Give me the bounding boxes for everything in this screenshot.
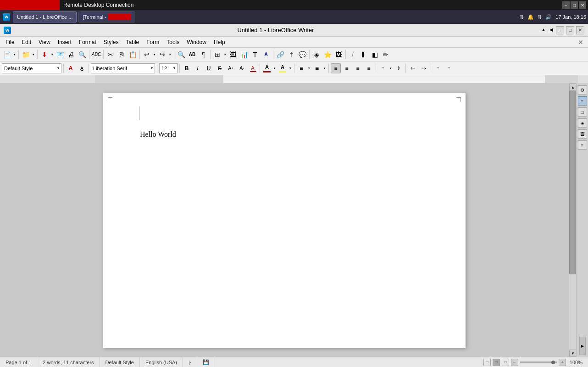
- font-color-dropdown[interactable]: ▾: [273, 63, 277, 73]
- unordered-list-button[interactable]: ≡: [296, 63, 306, 73]
- panel-properties-button[interactable]: ≡: [578, 96, 587, 106]
- view-print-button[interactable]: □: [493, 359, 500, 366]
- view-web-button[interactable]: □: [502, 359, 509, 366]
- new-dropdown-arrow[interactable]: ▾: [13, 50, 17, 60]
- find-button[interactable]: 🔍: [176, 50, 186, 60]
- send-email-button[interactable]: 📧: [55, 50, 65, 60]
- underline-button[interactable]: U: [204, 63, 214, 73]
- clear-formatting-button[interactable]: A̲: [77, 63, 87, 73]
- lo-minimize-button[interactable]: −: [556, 26, 564, 34]
- paste-button[interactable]: 📋: [128, 50, 138, 60]
- menu-edit[interactable]: Edit: [18, 37, 35, 48]
- align-left-button[interactable]: ≡: [331, 63, 341, 73]
- line-spacing-button[interactable]: ≡: [378, 63, 388, 73]
- ordered-list-button[interactable]: ≡: [312, 63, 322, 73]
- line-spacing-dropdown[interactable]: ▾: [389, 63, 393, 73]
- zoom-level[interactable]: 100%: [568, 360, 584, 365]
- zoom-in-button[interactable]: +: [559, 359, 566, 366]
- zoom-slider[interactable]: [520, 361, 557, 363]
- panel-settings-button[interactable]: ⚙: [578, 85, 587, 95]
- clear-direct-button[interactable]: A: [248, 63, 258, 73]
- open-dropdown-arrow[interactable]: ▾: [32, 50, 35, 60]
- menu-insert[interactable]: Insert: [54, 37, 75, 48]
- insert-textbox-button[interactable]: T: [250, 50, 260, 60]
- strikethrough-button[interactable]: S: [215, 63, 225, 73]
- cut-button[interactable]: ✂: [105, 50, 116, 60]
- new-document-button[interactable]: 📄: [2, 50, 12, 60]
- print-button[interactable]: 🖨: [66, 50, 76, 60]
- paragraph-spacing-button[interactable]: ⇕: [394, 63, 404, 73]
- redo-button[interactable]: ↪: [157, 50, 167, 60]
- highlight-color-dropdown[interactable]: ▾: [288, 63, 292, 73]
- menu-table[interactable]: Table: [122, 37, 143, 48]
- menu-window[interactable]: Window: [183, 37, 210, 48]
- font-color-a-button[interactable]: A: [66, 63, 76, 73]
- panel-gallery-button[interactable]: 🖼: [578, 129, 587, 139]
- menu-view[interactable]: View: [35, 37, 54, 48]
- save-pdf-button[interactable]: ⬇: [39, 50, 50, 60]
- rdp-restore-button[interactable]: □: [571, 1, 578, 9]
- document-page[interactable]: Hello World: [103, 93, 466, 348]
- insert-chart-button[interactable]: 📊: [239, 50, 249, 60]
- menu-styles[interactable]: Styles: [100, 37, 122, 48]
- menu-form[interactable]: Form: [143, 37, 163, 48]
- draw-line-button[interactable]: /: [348, 50, 358, 60]
- nonprinting-chars-button[interactable]: ¶: [198, 50, 208, 60]
- insert-image-button[interactable]: 🖼: [228, 50, 238, 60]
- rdp-close-button[interactable]: ✕: [579, 1, 586, 9]
- list-outdent-button[interactable]: ≡: [444, 63, 454, 73]
- insert-hyperlink-button[interactable]: 🔗: [275, 50, 285, 60]
- highlight-button[interactable]: ▌: [359, 50, 369, 60]
- menu-help[interactable]: Help: [210, 37, 229, 48]
- align-justify-button[interactable]: ≡: [364, 63, 374, 73]
- menubar-close-button[interactable]: ✕: [575, 38, 586, 47]
- panel-macro-button[interactable]: ≡: [578, 140, 587, 150]
- indent-more-button[interactable]: ⇒: [419, 63, 429, 73]
- navigator-button[interactable]: ◈: [311, 50, 322, 60]
- find-replace-button[interactable]: AB: [187, 50, 197, 60]
- open-button[interactable]: 📁: [21, 50, 31, 60]
- zoom-out-button[interactable]: −: [511, 359, 518, 366]
- panel-styles-button[interactable]: □: [578, 107, 587, 117]
- fontwork-button[interactable]: A: [261, 50, 271, 60]
- spellcheck-button[interactable]: ABC: [91, 50, 101, 60]
- panel-collapse-button[interactable]: ▶: [579, 337, 586, 355]
- lo-close-button[interactable]: ✕: [576, 26, 584, 34]
- insert-footnote-button[interactable]: †: [286, 50, 296, 60]
- superscript-button[interactable]: A+: [226, 63, 236, 73]
- taskbar-libreoffice-tab[interactable]: Untitled 1 - LibreOffice ...: [13, 11, 77, 22]
- scroll-thumb[interactable]: [569, 91, 576, 274]
- view-normal-button[interactable]: □: [483, 359, 491, 366]
- redo-dropdown[interactable]: ▾: [168, 50, 172, 60]
- menu-file[interactable]: File: [2, 37, 18, 48]
- panel-navigator-button[interactable]: ◈: [578, 118, 587, 128]
- lo-nav-up-button[interactable]: ▲: [540, 26, 547, 34]
- subscript-button[interactable]: A-: [237, 63, 247, 73]
- document-area[interactable]: Hello World: [0, 83, 569, 357]
- font-size-dropdown[interactable]: 12 ▾: [159, 63, 178, 73]
- gallery-button[interactable]: 🖼: [333, 50, 344, 60]
- font-color-button[interactable]: A: [262, 63, 272, 73]
- insert-comment-button[interactable]: 💬: [297, 50, 307, 60]
- scroll-up-button[interactable]: ▲: [569, 83, 577, 91]
- font-name-dropdown[interactable]: Liberation Serif ▾: [91, 63, 155, 73]
- styles-button[interactable]: ⭐: [322, 50, 333, 60]
- list-indent-button[interactable]: ≡: [433, 63, 443, 73]
- menu-tools[interactable]: Tools: [163, 37, 183, 48]
- ordered-list-dropdown[interactable]: ▾: [323, 63, 327, 73]
- scroll-track[interactable]: [569, 91, 576, 350]
- taskbar-terminal-tab[interactable]: [Terminal -: [78, 11, 135, 22]
- highlight-color-button[interactable]: A: [277, 63, 288, 73]
- paragraph-style-dropdown[interactable]: Default Style ▾: [2, 63, 61, 73]
- rdp-minimize-button[interactable]: −: [562, 1, 570, 9]
- save-pdf-dropdown[interactable]: ▾: [50, 50, 54, 60]
- indent-less-button[interactable]: ⇐: [408, 63, 418, 73]
- bold-button[interactable]: B: [182, 63, 192, 73]
- unordered-list-dropdown[interactable]: ▾: [307, 63, 311, 73]
- draw-functions-button[interactable]: ✏: [381, 50, 391, 60]
- copy-button[interactable]: ⎘: [116, 50, 127, 60]
- insert-table-button[interactable]: ⊞: [212, 50, 222, 60]
- align-right-button[interactable]: ≡: [353, 63, 363, 73]
- italic-button[interactable]: I: [193, 63, 203, 73]
- menu-format[interactable]: Format: [75, 37, 100, 48]
